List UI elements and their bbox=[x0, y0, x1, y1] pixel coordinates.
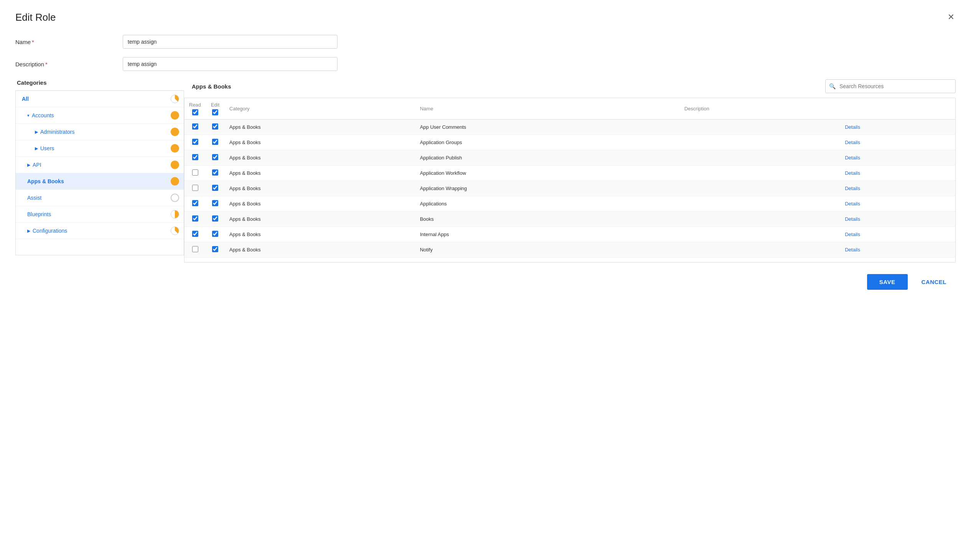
edit-role-dialog: Edit Role × Name* Description* Categorie… bbox=[0, 0, 971, 560]
details-link[interactable]: Details bbox=[845, 155, 860, 161]
edit-checkbox[interactable] bbox=[212, 154, 218, 160]
api-chevron: ▶ bbox=[27, 163, 30, 168]
description-cell bbox=[679, 196, 840, 212]
description-header: Description bbox=[679, 98, 840, 120]
edit-cell[interactable] bbox=[205, 150, 225, 166]
name-cell: Internal Apps bbox=[415, 227, 680, 242]
api-indicator bbox=[171, 161, 179, 169]
resources-table-wrap[interactable]: Read Edit Category N bbox=[184, 98, 956, 263]
edit-cell[interactable] bbox=[205, 212, 225, 227]
read-checkbox[interactable] bbox=[192, 246, 198, 252]
edit-checkbox[interactable] bbox=[212, 139, 218, 145]
sidebar-item-apps-books[interactable]: Apps & Books bbox=[16, 173, 184, 190]
header-edit-checkbox[interactable] bbox=[212, 109, 218, 115]
details-link[interactable]: Details bbox=[845, 247, 860, 253]
table-row: Apps & Books Application Groups Details bbox=[184, 135, 955, 150]
details-link[interactable]: Details bbox=[845, 124, 860, 130]
name-cell: Application Publish bbox=[415, 150, 680, 166]
resources-top: Apps & Books 🔍 bbox=[184, 79, 956, 93]
details-cell[interactable]: Details bbox=[840, 135, 955, 150]
sidebar-item-users[interactable]: ▶ Users bbox=[16, 140, 184, 157]
edit-checkbox[interactable] bbox=[212, 123, 218, 130]
details-cell[interactable]: Details bbox=[840, 242, 955, 258]
details-cell[interactable]: Details bbox=[840, 212, 955, 227]
blueprints-indicator bbox=[171, 210, 179, 218]
sidebar-item-all[interactable]: All bbox=[16, 91, 184, 107]
read-checkbox[interactable] bbox=[192, 169, 198, 175]
search-input[interactable] bbox=[825, 79, 956, 93]
details-link[interactable]: Details bbox=[845, 201, 860, 207]
details-cell[interactable]: Details bbox=[840, 120, 955, 135]
details-cell[interactable]: Details bbox=[840, 166, 955, 181]
description-cell bbox=[679, 166, 840, 181]
edit-cell[interactable] bbox=[205, 242, 225, 258]
read-cell[interactable] bbox=[184, 181, 205, 196]
accounts-indicator bbox=[171, 111, 179, 120]
table-row: Apps & Books Application Publish Details bbox=[184, 150, 955, 166]
description-cell bbox=[679, 120, 840, 135]
edit-checkbox[interactable] bbox=[212, 246, 218, 252]
read-cell[interactable] bbox=[184, 150, 205, 166]
read-checkbox[interactable] bbox=[192, 200, 198, 206]
edit-cell[interactable] bbox=[205, 227, 225, 242]
read-cell[interactable] bbox=[184, 120, 205, 135]
dialog-title: Edit Role bbox=[15, 12, 56, 23]
read-cell[interactable] bbox=[184, 196, 205, 212]
edit-checkbox[interactable] bbox=[212, 215, 218, 222]
sidebar-item-assist[interactable]: Assist bbox=[16, 190, 184, 206]
read-checkbox[interactable] bbox=[192, 123, 198, 130]
category-cell: Apps & Books bbox=[225, 196, 415, 212]
details-cell[interactable]: Details bbox=[840, 150, 955, 166]
categories-list[interactable]: All ▾ Accounts ▶ Administrator bbox=[15, 90, 184, 255]
save-button[interactable]: SAVE bbox=[867, 274, 908, 290]
sidebar-item-administrators[interactable]: ▶ Administrators bbox=[16, 124, 184, 140]
name-cell: App User Comments bbox=[415, 120, 680, 135]
categories-panel: Categories All ▾ Accounts bbox=[15, 79, 184, 263]
read-cell[interactable] bbox=[184, 227, 205, 242]
search-icon: 🔍 bbox=[829, 83, 836, 89]
details-cell[interactable]: Details bbox=[840, 196, 955, 212]
name-cell: Books bbox=[415, 212, 680, 227]
details-link[interactable]: Details bbox=[845, 185, 860, 191]
read-cell[interactable] bbox=[184, 242, 205, 258]
sidebar-item-api[interactable]: ▶ API bbox=[16, 157, 184, 173]
details-cell[interactable]: Details bbox=[840, 227, 955, 242]
read-cell[interactable] bbox=[184, 212, 205, 227]
accounts-label: Accounts bbox=[32, 112, 54, 118]
edit-cell[interactable] bbox=[205, 181, 225, 196]
edit-cell[interactable] bbox=[205, 196, 225, 212]
name-input[interactable] bbox=[123, 35, 337, 49]
edit-cell[interactable] bbox=[205, 135, 225, 150]
details-link[interactable]: Details bbox=[845, 170, 860, 176]
table-row: Apps & Books Applications Details bbox=[184, 196, 955, 212]
read-cell[interactable] bbox=[184, 135, 205, 150]
header-read-checkbox[interactable] bbox=[192, 109, 198, 115]
sidebar-item-configurations[interactable]: ▶ Configurations bbox=[16, 223, 184, 239]
edit-checkbox[interactable] bbox=[212, 200, 218, 206]
administrators-indicator bbox=[171, 128, 179, 136]
main-content: Categories All ▾ Accounts bbox=[15, 79, 956, 263]
edit-cell[interactable] bbox=[205, 166, 225, 181]
edit-checkbox[interactable] bbox=[212, 231, 218, 237]
read-header: Read bbox=[184, 98, 205, 120]
details-link[interactable]: Details bbox=[845, 232, 860, 237]
edit-checkbox[interactable] bbox=[212, 169, 218, 175]
edit-checkbox[interactable] bbox=[212, 185, 218, 191]
resources-table: Read Edit Category N bbox=[184, 98, 955, 258]
read-checkbox[interactable] bbox=[192, 185, 198, 191]
details-link[interactable]: Details bbox=[845, 216, 860, 222]
read-cell[interactable] bbox=[184, 166, 205, 181]
edit-cell[interactable] bbox=[205, 120, 225, 135]
details-cell[interactable]: Details bbox=[840, 181, 955, 196]
sidebar-item-blueprints[interactable]: Blueprints bbox=[16, 206, 184, 223]
cancel-button[interactable]: CANCEL bbox=[914, 274, 954, 290]
close-button[interactable]: × bbox=[946, 12, 956, 22]
resources-title: Apps & Books bbox=[184, 83, 231, 90]
sidebar-item-accounts[interactable]: ▾ Accounts bbox=[16, 107, 184, 124]
description-input[interactable] bbox=[123, 57, 337, 71]
read-checkbox[interactable] bbox=[192, 231, 198, 237]
read-checkbox[interactable] bbox=[192, 154, 198, 160]
read-checkbox[interactable] bbox=[192, 215, 198, 222]
read-checkbox[interactable] bbox=[192, 139, 198, 145]
details-link[interactable]: Details bbox=[845, 140, 860, 145]
